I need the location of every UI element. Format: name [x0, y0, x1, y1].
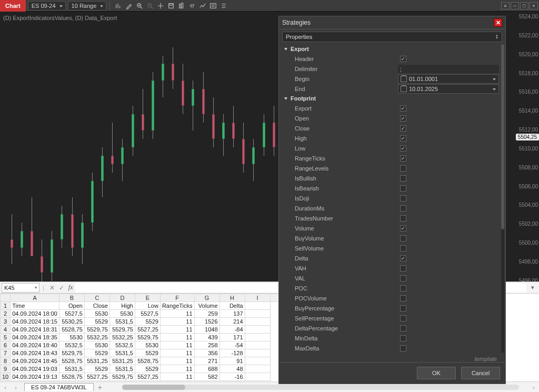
cell[interactable]: 1048	[194, 326, 219, 334]
cell[interactable]: 04.09.2024 18:31	[11, 326, 59, 334]
pencil-icon[interactable]	[124, 1, 134, 11]
row-header[interactable]: 3	[1, 318, 11, 326]
checkbox[interactable]	[400, 105, 406, 112]
cell[interactable]: 5530	[59, 334, 84, 341]
col-header[interactable]: E	[135, 294, 160, 302]
cell[interactable]: 5529,75	[109, 373, 135, 381]
data-series-icon[interactable]	[187, 1, 197, 11]
cell[interactable]: 439	[194, 334, 219, 341]
cell[interactable]: 5527,25	[84, 373, 109, 381]
cell[interactable]: Open	[59, 302, 84, 310]
cell[interactable]: 04.09.2024 18:35	[11, 334, 59, 341]
col-header[interactable]: D	[109, 294, 135, 302]
cell[interactable]: 04.09.2024 18:15	[11, 318, 59, 326]
cell[interactable]: Low	[135, 302, 160, 310]
row-header[interactable]: 6	[1, 341, 11, 349]
cell[interactable]: 137	[219, 310, 245, 318]
indicators-icon[interactable]	[113, 1, 124, 11]
col-header[interactable]: G	[194, 294, 219, 302]
cell[interactable]: 5529	[135, 365, 160, 373]
cell[interactable]: 5529	[135, 318, 160, 326]
cell[interactable]	[245, 357, 270, 365]
list-icon[interactable]	[218, 1, 229, 11]
cell[interactable]: 5531,5	[109, 349, 135, 357]
add-sheet-icon[interactable]: +	[94, 383, 106, 391]
checkbox[interactable]	[400, 115, 406, 122]
cancel-button[interactable]: Cancel	[461, 367, 500, 379]
checkbox[interactable]	[400, 175, 406, 182]
checkbox[interactable]	[400, 325, 406, 331]
cell[interactable]: 04.09.2024 18:40	[11, 341, 59, 349]
chart-button[interactable]: Chart	[0, 0, 26, 12]
cell[interactable]: 5530	[84, 310, 109, 318]
dialog-scrollbar[interactable]	[501, 44, 504, 353]
end-date-picker[interactable]: 10.01.2025	[398, 84, 499, 94]
cell[interactable]: 5529	[135, 349, 160, 357]
cell[interactable]: 5527,5	[135, 310, 160, 318]
row-header[interactable]: 7	[1, 349, 11, 357]
delimiter-input[interactable]	[398, 65, 499, 73]
cell[interactable]: 5530,25	[59, 318, 84, 326]
row-header[interactable]: 10	[1, 373, 11, 381]
cell[interactable]: 91	[219, 357, 245, 365]
checkbox[interactable]	[400, 345, 406, 351]
minimize-icon[interactable]: –	[511, 2, 519, 9]
cell[interactable]: 04.09.2024 18:43	[11, 349, 59, 357]
cell[interactable]: 04.09.2024 19:13	[11, 373, 59, 381]
cell[interactable]: High	[109, 302, 135, 310]
cell[interactable]: 5530	[109, 310, 135, 318]
cell[interactable]: 11	[160, 341, 194, 349]
crosshair-icon[interactable]	[155, 1, 166, 11]
cell[interactable]: 11	[160, 365, 194, 373]
cell[interactable]: 11	[160, 318, 194, 326]
cell[interactable]	[245, 341, 270, 349]
row-header[interactable]: 8	[1, 357, 11, 365]
zoom-out-icon[interactable]	[145, 1, 155, 11]
sheet-scroll[interactable]	[122, 385, 519, 390]
cell[interactable]: 5528,75	[135, 357, 160, 365]
properties-dropdown[interactable]: Properties ▲▼	[282, 32, 502, 42]
cell[interactable]: 5532,25	[84, 334, 109, 341]
fx-icon[interactable]: fx	[68, 284, 73, 292]
cell[interactable]: 04.09.2024 18:45	[11, 357, 59, 365]
checkbox[interactable]	[400, 185, 406, 192]
col-header[interactable]: H	[219, 294, 245, 302]
cell[interactable]: -128	[219, 349, 245, 357]
checkbox[interactable]	[400, 285, 406, 292]
cell[interactable]: 11	[160, 349, 194, 357]
next-sheet-icon[interactable]: ›	[11, 384, 21, 390]
cell[interactable]: Time	[11, 302, 59, 310]
checkbox[interactable]	[400, 235, 406, 242]
checkbox[interactable]	[400, 56, 406, 62]
prev-sheet-icon[interactable]: ‹	[0, 384, 11, 390]
cell[interactable]	[245, 365, 270, 373]
checkbox[interactable]	[400, 165, 406, 172]
ok-button[interactable]: OK	[417, 367, 456, 379]
cell[interactable]: 271	[194, 357, 219, 365]
maximize-icon[interactable]: □	[520, 2, 528, 9]
formula-dropdown-icon[interactable]: ▾	[526, 284, 539, 291]
checkbox[interactable]	[400, 125, 406, 132]
confirm-edit-icon[interactable]: ✓	[57, 284, 66, 292]
close-icon[interactable]: ×	[530, 2, 538, 9]
checkbox[interactable]	[400, 135, 406, 142]
cell[interactable]: 5531,5	[59, 365, 84, 373]
cell[interactable]: 5529	[84, 349, 109, 357]
cell[interactable]: 5529,75	[109, 326, 135, 334]
cell[interactable]: 11	[160, 373, 194, 381]
cell[interactable]: 48	[219, 365, 245, 373]
cell[interactable]: 5529,75	[135, 334, 160, 341]
cell[interactable]: Volume	[194, 302, 219, 310]
col-header[interactable]: A	[11, 294, 59, 302]
cell[interactable]: 5527,25	[135, 326, 160, 334]
cell[interactable]: 5532,25	[109, 334, 135, 341]
checkbox[interactable]	[400, 315, 406, 321]
scroll-right-icon[interactable]: ›	[528, 384, 539, 390]
cell[interactable]: 1526	[194, 318, 219, 326]
checkbox[interactable]	[400, 335, 406, 341]
cell[interactable]: 5529,75	[59, 349, 84, 357]
cell-reference[interactable]: K45	[2, 283, 39, 293]
cell[interactable]: 5528,75	[59, 357, 84, 365]
cell[interactable]: 11	[160, 357, 194, 365]
cell[interactable]: 5530	[84, 341, 109, 349]
